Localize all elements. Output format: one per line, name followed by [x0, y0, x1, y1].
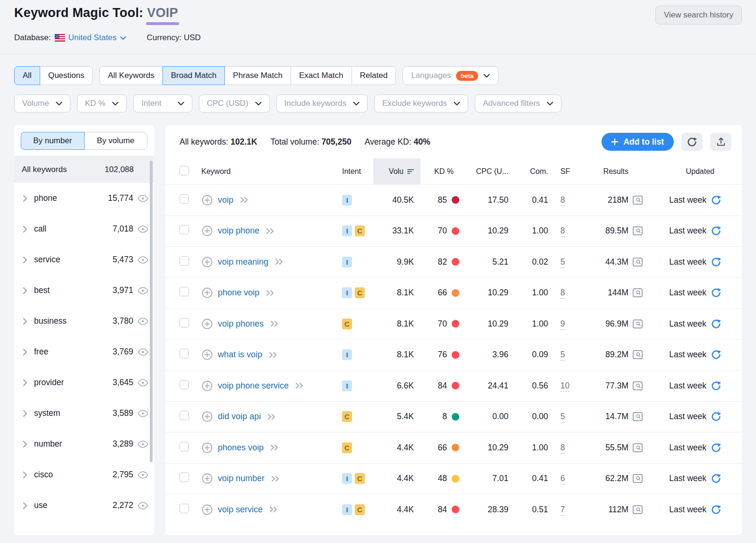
row-checkbox[interactable] — [180, 349, 189, 358]
tab-all-keywords[interactable]: All Keywords — [99, 66, 163, 85]
add-keyword-icon[interactable] — [202, 442, 213, 453]
sf-value[interactable]: 9 — [560, 319, 565, 330]
eye-icon[interactable] — [137, 195, 148, 202]
column-header-intent[interactable]: Intent — [336, 167, 373, 176]
filter-advanced-filters[interactable]: Advanced filters — [475, 95, 561, 112]
expand-keyword-icon[interactable] — [266, 290, 275, 296]
column-header-keyword[interactable]: Keyword — [196, 167, 336, 176]
eye-icon[interactable] — [137, 318, 148, 325]
filter-kd[interactable]: KD % — [77, 95, 127, 112]
eye-icon[interactable] — [137, 502, 148, 509]
row-checkbox[interactable] — [180, 318, 189, 328]
export-button[interactable] — [710, 133, 731, 151]
filter-include-keywords[interactable]: Include keywords — [276, 95, 368, 112]
chevron-right-icon[interactable] — [23, 440, 27, 448]
add-keyword-icon[interactable] — [202, 473, 213, 484]
eye-icon[interactable] — [137, 410, 148, 417]
add-keyword-icon[interactable] — [202, 319, 213, 329]
expand-keyword-icon[interactable] — [270, 444, 279, 451]
chevron-right-icon[interactable] — [23, 318, 27, 325]
column-header-volume[interactable]: Volu — [373, 158, 421, 184]
update-refresh-icon[interactable] — [711, 319, 721, 329]
refresh-button[interactable] — [681, 133, 703, 151]
sf-value[interactable]: 10 — [560, 381, 569, 392]
keyword-link[interactable]: what is voip — [218, 350, 262, 360]
tab-all[interactable]: All — [14, 66, 40, 85]
chevron-right-icon[interactable] — [23, 471, 27, 479]
eye-icon[interactable] — [137, 471, 148, 479]
column-header-sf[interactable]: SF — [553, 167, 577, 176]
update-refresh-icon[interactable] — [711, 505, 721, 515]
sf-value[interactable]: 7 — [560, 505, 565, 516]
chevron-right-icon[interactable] — [23, 379, 27, 387]
tab-related[interactable]: Related — [352, 66, 396, 85]
sidebar-group-use[interactable]: use 2,272 — [14, 490, 154, 521]
update-refresh-icon[interactable] — [711, 474, 721, 483]
chevron-right-icon[interactable] — [23, 348, 27, 356]
chevron-right-icon[interactable] — [23, 502, 27, 509]
serp-icon[interactable] — [633, 505, 643, 514]
sidebar-group-cisco[interactable]: cisco 2,795 — [14, 459, 154, 490]
serp-icon[interactable] — [633, 412, 643, 421]
add-keyword-icon[interactable] — [202, 504, 213, 515]
expand-keyword-icon[interactable] — [240, 197, 249, 203]
filter-intent[interactable]: Intent — [133, 95, 192, 112]
eye-icon[interactable] — [137, 225, 148, 233]
add-keyword-icon[interactable] — [202, 380, 213, 391]
column-header-results[interactable]: Results — [577, 167, 648, 176]
sidebar-group-service[interactable]: service 5,473 — [14, 244, 154, 275]
column-header-kd[interactable]: KD % — [421, 167, 462, 176]
sf-value[interactable]: 8 — [560, 195, 565, 206]
tab-exact-match[interactable]: Exact Match — [291, 66, 352, 85]
sidebar-group-call[interactable]: call 7,018 — [14, 214, 154, 244]
view-search-history-button[interactable]: View search history — [655, 6, 742, 25]
add-keyword-icon[interactable] — [202, 257, 213, 267]
row-checkbox[interactable] — [180, 287, 189, 296]
serp-icon[interactable] — [633, 258, 643, 267]
expand-keyword-icon[interactable] — [295, 382, 304, 389]
sf-value[interactable]: 8 — [560, 288, 565, 299]
column-header-cpc[interactable]: CPC (U... — [462, 167, 514, 176]
eye-icon[interactable] — [137, 256, 148, 264]
row-checkbox[interactable] — [180, 256, 189, 266]
serp-icon[interactable] — [633, 226, 643, 235]
serp-icon[interactable] — [633, 381, 643, 390]
update-refresh-icon[interactable] — [711, 195, 721, 205]
sidebar-group-business[interactable]: business 3,780 — [14, 306, 154, 336]
sidebar-group-system[interactable]: system 3,589 — [14, 398, 154, 429]
expand-keyword-icon[interactable] — [268, 352, 278, 358]
row-checkbox[interactable] — [180, 442, 189, 451]
row-checkbox[interactable] — [180, 194, 189, 204]
expand-keyword-icon[interactable] — [270, 320, 279, 327]
filter-volume[interactable]: Volume — [14, 95, 70, 112]
row-checkbox[interactable] — [180, 225, 189, 234]
sidebar-group-provider[interactable]: provider 3,645 — [14, 367, 154, 398]
chevron-right-icon[interactable] — [23, 256, 27, 264]
row-checkbox[interactable] — [180, 473, 189, 482]
filter-cpc-usd[interactable]: CPC (USD) — [199, 95, 270, 112]
eye-icon[interactable] — [137, 348, 148, 356]
column-header-com[interactable]: Com. — [514, 167, 553, 176]
keyword-link[interactable]: voip phones — [218, 319, 264, 329]
expand-keyword-icon[interactable] — [266, 228, 275, 234]
database-selector[interactable]: United States — [69, 33, 126, 43]
column-header-updated[interactable]: Updated — [648, 167, 742, 176]
expand-keyword-icon[interactable] — [275, 259, 284, 265]
eye-icon[interactable] — [137, 287, 148, 294]
add-to-list-button[interactable]: Add to list — [601, 133, 674, 151]
sort-toggle-by-number[interactable]: By number — [21, 132, 85, 150]
add-keyword-icon[interactable] — [202, 225, 213, 236]
update-refresh-icon[interactable] — [711, 350, 721, 360]
keyword-link[interactable]: did voip api — [218, 412, 261, 422]
filter-exclude-keywords[interactable]: Exclude keywords — [374, 95, 468, 112]
select-all-checkbox[interactable] — [180, 166, 189, 175]
expand-keyword-icon[interactable] — [267, 414, 276, 420]
keyword-link[interactable]: voip number — [218, 474, 265, 483]
row-checkbox[interactable] — [180, 504, 189, 513]
sf-value[interactable]: 8 — [560, 443, 565, 454]
chevron-right-icon[interactable] — [23, 225, 27, 233]
chevron-right-icon[interactable] — [23, 195, 27, 202]
serp-icon[interactable] — [633, 319, 643, 328]
update-refresh-icon[interactable] — [711, 226, 721, 236]
tab-broad-match[interactable]: Broad Match — [163, 66, 225, 85]
